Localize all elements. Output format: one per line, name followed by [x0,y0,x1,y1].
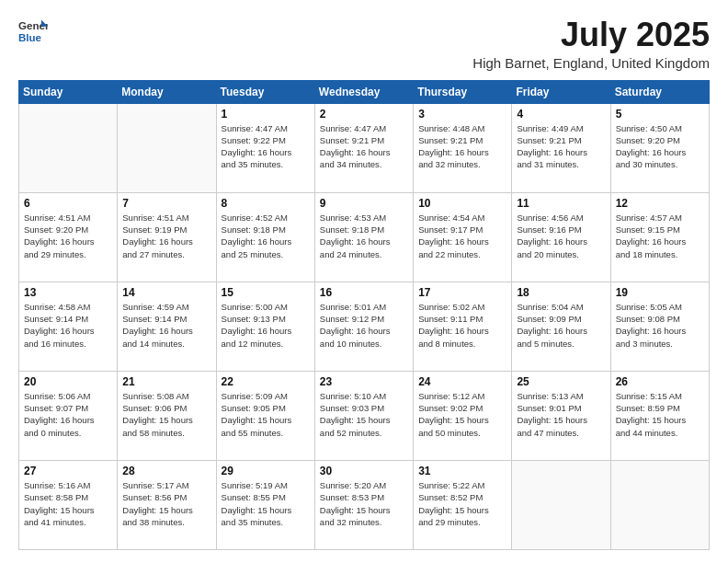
day-number: 16 [320,286,408,299]
day-number: 4 [517,108,605,121]
calendar-cell: 28Sunrise: 5:17 AM Sunset: 8:56 PM Dayli… [118,460,216,549]
day-detail: Sunrise: 4:53 AM Sunset: 9:18 PM Dayligh… [320,212,408,260]
day-detail: Sunrise: 5:16 AM Sunset: 8:58 PM Dayligh… [24,479,112,528]
day-number: 3 [418,108,506,121]
day-detail: Sunrise: 5:04 AM Sunset: 9:09 PM Dayligh… [517,301,605,350]
calendar-cell: 19Sunrise: 5:05 AM Sunset: 9:08 PM Dayli… [610,282,709,371]
day-number: 23 [320,375,408,388]
title-block: July 2025 High Barnet, England, United K… [472,17,710,71]
calendar-cell: 12Sunrise: 4:57 AM Sunset: 9:15 PM Dayli… [610,192,709,282]
day-detail: Sunrise: 5:10 AM Sunset: 9:03 PM Dayligh… [320,390,408,439]
calendar-cell: 22Sunrise: 5:09 AM Sunset: 9:05 PM Dayli… [216,371,314,460]
calendar-cell: 31Sunrise: 5:22 AM Sunset: 8:52 PM Dayli… [414,460,512,549]
header-thursday: Thursday [414,80,512,103]
header-wednesday: Wednesday [314,80,413,103]
day-number: 26 [616,375,704,388]
calendar-cell: 23Sunrise: 5:10 AM Sunset: 9:03 PM Dayli… [314,371,413,460]
calendar-table: Sunday Monday Tuesday Wednesday Thursday… [18,80,710,550]
day-number: 28 [122,465,210,477]
day-detail: Sunrise: 5:19 AM Sunset: 8:55 PM Dayligh… [222,479,310,528]
calendar-cell: 2Sunrise: 4:47 AM Sunset: 9:21 PM Daylig… [314,103,413,192]
day-number: 24 [418,375,506,388]
day-number: 5 [616,108,704,121]
calendar-cell: 11Sunrise: 4:56 AM Sunset: 9:16 PM Dayli… [512,192,610,282]
calendar-cell: 8Sunrise: 4:52 AM Sunset: 9:18 PM Daylig… [216,192,314,282]
calendar-cell: 7Sunrise: 4:51 AM Sunset: 9:19 PM Daylig… [118,192,216,282]
header-tuesday: Tuesday [216,80,314,103]
day-number: 19 [616,286,704,299]
day-detail: Sunrise: 5:01 AM Sunset: 9:12 PM Dayligh… [320,301,408,350]
day-number: 8 [222,197,310,210]
header-saturday: Saturday [610,80,709,103]
day-number: 31 [418,465,506,477]
day-detail: Sunrise: 5:13 AM Sunset: 9:01 PM Dayligh… [517,390,605,439]
day-number: 12 [616,197,704,210]
calendar-cell: 20Sunrise: 5:06 AM Sunset: 9:07 PM Dayli… [19,371,118,460]
day-number: 7 [122,197,210,210]
calendar-cell: 3Sunrise: 4:48 AM Sunset: 9:21 PM Daylig… [414,103,512,192]
day-number: 9 [320,197,408,210]
calendar-cell [512,460,610,549]
subtitle: High Barnet, England, United Kingdom [472,55,710,71]
day-detail: Sunrise: 4:52 AM Sunset: 9:18 PM Dayligh… [222,212,310,260]
day-number: 21 [122,375,210,388]
day-detail: Sunrise: 4:50 AM Sunset: 9:20 PM Dayligh… [616,122,704,171]
calendar-cell: 18Sunrise: 5:04 AM Sunset: 9:09 PM Dayli… [512,282,610,371]
day-detail: Sunrise: 4:57 AM Sunset: 9:15 PM Dayligh… [616,212,704,260]
day-detail: Sunrise: 4:51 AM Sunset: 9:20 PM Dayligh… [24,212,112,260]
day-number: 1 [222,108,310,121]
day-detail: Sunrise: 5:06 AM Sunset: 9:07 PM Dayligh… [24,390,112,439]
calendar-cell: 4Sunrise: 4:49 AM Sunset: 9:21 PM Daylig… [512,103,610,192]
calendar-cell: 10Sunrise: 4:54 AM Sunset: 9:17 PM Dayli… [414,192,512,282]
calendar-week-4: 20Sunrise: 5:06 AM Sunset: 9:07 PM Dayli… [19,371,710,460]
day-number: 22 [222,375,310,388]
day-detail: Sunrise: 4:47 AM Sunset: 9:21 PM Dayligh… [320,122,408,171]
svg-text:Blue: Blue [18,32,42,43]
calendar-cell [19,103,118,192]
header-monday: Monday [118,80,216,103]
logo-icon: General Blue [18,17,48,46]
logo: General Blue [18,17,48,46]
day-detail: Sunrise: 5:12 AM Sunset: 9:02 PM Dayligh… [418,390,506,439]
calendar-cell: 9Sunrise: 4:53 AM Sunset: 9:18 PM Daylig… [314,192,413,282]
day-detail: Sunrise: 4:59 AM Sunset: 9:14 PM Dayligh… [122,301,210,350]
calendar-week-2: 6Sunrise: 4:51 AM Sunset: 9:20 PM Daylig… [19,192,710,282]
day-detail: Sunrise: 5:22 AM Sunset: 8:52 PM Dayligh… [418,479,506,528]
header-friday: Friday [512,80,610,103]
day-detail: Sunrise: 5:02 AM Sunset: 9:11 PM Dayligh… [418,301,506,350]
day-number: 15 [222,286,310,299]
calendar-cell: 14Sunrise: 4:59 AM Sunset: 9:14 PM Dayli… [118,282,216,371]
day-number: 29 [222,465,310,477]
calendar-cell: 24Sunrise: 5:12 AM Sunset: 9:02 PM Dayli… [414,371,512,460]
day-number: 20 [24,375,112,388]
day-detail: Sunrise: 4:56 AM Sunset: 9:16 PM Dayligh… [517,212,605,260]
day-number: 14 [122,286,210,299]
day-detail: Sunrise: 4:49 AM Sunset: 9:21 PM Dayligh… [517,122,605,171]
calendar-cell: 21Sunrise: 5:08 AM Sunset: 9:06 PM Dayli… [118,371,216,460]
day-detail: Sunrise: 5:15 AM Sunset: 8:59 PM Dayligh… [616,390,704,439]
day-detail: Sunrise: 5:00 AM Sunset: 9:13 PM Dayligh… [222,301,310,350]
calendar-cell: 25Sunrise: 5:13 AM Sunset: 9:01 PM Dayli… [512,371,610,460]
calendar-week-5: 27Sunrise: 5:16 AM Sunset: 8:58 PM Dayli… [19,460,710,549]
calendar-cell: 1Sunrise: 4:47 AM Sunset: 9:22 PM Daylig… [216,103,314,192]
day-detail: Sunrise: 4:47 AM Sunset: 9:22 PM Dayligh… [222,122,310,171]
day-detail: Sunrise: 4:58 AM Sunset: 9:14 PM Dayligh… [24,301,112,350]
day-number: 27 [24,465,112,477]
day-detail: Sunrise: 5:20 AM Sunset: 8:53 PM Dayligh… [320,479,408,528]
day-number: 11 [517,197,605,210]
calendar-cell: 15Sunrise: 5:00 AM Sunset: 9:13 PM Dayli… [216,282,314,371]
day-detail: Sunrise: 5:17 AM Sunset: 8:56 PM Dayligh… [122,479,210,528]
calendar-cell: 6Sunrise: 4:51 AM Sunset: 9:20 PM Daylig… [19,192,118,282]
calendar-cell: 16Sunrise: 5:01 AM Sunset: 9:12 PM Dayli… [314,282,413,371]
day-number: 17 [418,286,506,299]
day-detail: Sunrise: 5:05 AM Sunset: 9:08 PM Dayligh… [616,301,704,350]
day-detail: Sunrise: 4:54 AM Sunset: 9:17 PM Dayligh… [418,212,506,260]
calendar-cell: 27Sunrise: 5:16 AM Sunset: 8:58 PM Dayli… [19,460,118,549]
day-number: 25 [517,375,605,388]
header-sunday: Sunday [19,80,118,103]
calendar-cell [118,103,216,192]
day-detail: Sunrise: 4:48 AM Sunset: 9:21 PM Dayligh… [418,122,506,171]
calendar-week-3: 13Sunrise: 4:58 AM Sunset: 9:14 PM Dayli… [19,282,710,371]
day-detail: Sunrise: 5:09 AM Sunset: 9:05 PM Dayligh… [222,390,310,439]
calendar-cell: 29Sunrise: 5:19 AM Sunset: 8:55 PM Dayli… [216,460,314,549]
